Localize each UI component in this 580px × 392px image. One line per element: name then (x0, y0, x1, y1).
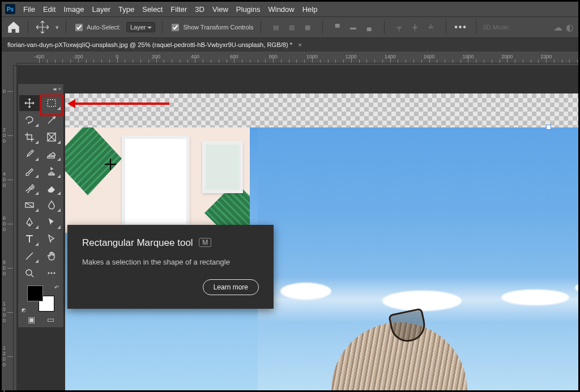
path-selection-tool[interactable] (41, 214, 62, 230)
lasso-tool[interactable] (19, 112, 40, 128)
separator (446, 21, 446, 33)
distribute-bottom[interactable]: ╧ (423, 21, 439, 33)
tools-panel: ◂◂ × ◩ ↶ ▣ ▭ (18, 83, 64, 328)
svg-point-7 (54, 272, 56, 274)
quick-mask-button[interactable]: ▣ (28, 315, 35, 324)
separator (261, 21, 261, 33)
menu-filter[interactable]: Filter (170, 5, 187, 14)
align-bottom-edges[interactable]: ▄ (361, 21, 377, 33)
document-tab-title: florian-van-duyn-pXToxwjqIiQ-unsplash.jp… (7, 41, 292, 48)
precision-cursor-icon (105, 159, 116, 170)
tooltip-shortcut-key: M (199, 238, 211, 247)
default-colors-icon[interactable]: ◩ (22, 308, 26, 313)
document-tab[interactable]: florian-van-duyn-pXToxwjqIiQ-unsplash.jp… (2, 38, 308, 52)
menu-file[interactable]: File (23, 5, 35, 14)
horizontal-ruler[interactable]: -400-20002004006008001000120014001600180… (16, 52, 578, 63)
color-swatches[interactable]: ◩ ↶ (23, 286, 59, 312)
menu-image[interactable]: Image (63, 5, 84, 14)
3d-mode-icons: ☁ ◐ (553, 22, 574, 33)
frame-tool[interactable] (41, 129, 62, 145)
separator (322, 21, 323, 33)
vertical-ruler[interactable]: 0200400600800100012001400 (2, 65, 14, 390)
show-transform-checkbox[interactable]: Show Transform Controls (169, 22, 253, 33)
svg-point-5 (48, 272, 50, 274)
menu-type[interactable]: Type (118, 5, 134, 14)
tooltip-title: Rectangular Marquee tool M (82, 237, 259, 249)
separator (384, 21, 385, 33)
history-brush-tool[interactable] (19, 180, 40, 196)
text-tool[interactable] (19, 231, 40, 247)
image-cloud (382, 291, 462, 311)
tooltip-description: Makes a selection in the shape of a rect… (82, 257, 259, 268)
more-align-button[interactable]: ••• (453, 21, 469, 33)
eyedropper-tool[interactable] (19, 146, 40, 162)
align-group-1: ▤ ▥ ▦ (268, 21, 315, 33)
tab-close-button[interactable]: × (298, 41, 302, 48)
separator (66, 21, 66, 33)
auto-select-mode-dropdown[interactable]: Layer (126, 22, 156, 32)
move-tool-icon[interactable] (35, 20, 50, 35)
menu-layer[interactable]: Layer (92, 5, 111, 14)
gradient-tool[interactable] (19, 197, 40, 213)
roll-3d-icon[interactable]: ◐ (566, 22, 574, 33)
document-tab-bar: florian-van-duyn-pXToxwjqIiQ-unsplash.jp… (2, 38, 578, 52)
close-panel-icon[interactable]: × (58, 86, 61, 92)
align-top-edges[interactable]: ▀ (330, 21, 346, 33)
transform-handle[interactable] (546, 125, 551, 130)
menu-3d[interactable]: 3D (195, 5, 204, 14)
photoshop-logo: Ps (5, 4, 15, 14)
svg-point-4 (26, 270, 32, 275)
align-left-edges[interactable]: ▤ (268, 21, 284, 33)
collapse-panel-icon[interactable]: ◂◂ (53, 86, 55, 92)
menu-select[interactable]: Select (142, 5, 163, 14)
menu-help[interactable]: Help (302, 5, 318, 14)
menu-edit[interactable]: Edit (43, 5, 56, 14)
svg-rect-2 (48, 156, 54, 158)
screen-mode-button[interactable]: ▭ (47, 315, 54, 324)
line-tool[interactable] (19, 248, 40, 264)
image-frame (122, 135, 190, 227)
align-right-edges[interactable]: ▦ (300, 21, 315, 33)
auto-select-checkbox[interactable]: Auto-Select: (73, 22, 121, 33)
distribute-group: ╤ ╪ ╧ (391, 21, 439, 33)
align-horizontal-centers[interactable]: ▥ (284, 21, 300, 33)
clone-stamp-tool[interactable] (41, 163, 62, 179)
options-bar: ▾ Auto-Select: Layer Show Transform Cont… (2, 16, 578, 38)
annotation-arrow (70, 103, 169, 105)
3d-mode-label: 3D Mode: (483, 24, 510, 31)
tooltip-preview-image (65, 127, 250, 233)
separator (28, 21, 28, 33)
align-group-2: ▀ ▬ ▄ (330, 21, 377, 33)
foreground-color-swatch[interactable] (27, 286, 43, 301)
move-tool[interactable] (19, 95, 40, 111)
svg-point-6 (51, 272, 53, 274)
tool-tooltip: Rectangular Marquee tool M Makes a selec… (67, 225, 274, 309)
menu-bar: Ps File Edit Image Layer Type Select Fil… (2, 2, 578, 16)
menu-plugins[interactable]: Plugins (236, 5, 261, 14)
menu-window[interactable]: Window (268, 5, 294, 14)
zoom-tool[interactable] (19, 265, 40, 281)
crop-tool[interactable] (19, 129, 40, 145)
pen-tool[interactable] (19, 214, 40, 230)
align-vertical-centers[interactable]: ▬ (346, 21, 361, 33)
eraser-tool[interactable] (41, 180, 62, 196)
orbit-3d-icon[interactable]: ☁ (553, 22, 562, 33)
image-frame (202, 141, 243, 193)
home-button[interactable] (6, 20, 21, 35)
distribute-vertical[interactable]: ╪ (407, 21, 423, 33)
separator (162, 21, 163, 33)
hand-tool[interactable] (41, 248, 62, 264)
direct-selection-tool[interactable] (41, 231, 62, 247)
spot-healing-brush-tool[interactable] (41, 146, 62, 162)
learn-more-button[interactable]: Learn more (203, 279, 259, 295)
menu-view[interactable]: View (212, 5, 228, 14)
image-cloud (280, 283, 331, 300)
ruler-origin[interactable] (2, 54, 17, 66)
brush-tool[interactable] (19, 163, 40, 179)
separator (476, 21, 476, 33)
swap-colors-icon[interactable]: ↶ (54, 284, 59, 291)
distribute-top[interactable]: ╤ (391, 21, 407, 33)
edit-toolbar[interactable] (41, 265, 62, 281)
transparency-grid (65, 93, 578, 127)
blur-tool[interactable] (41, 197, 62, 213)
